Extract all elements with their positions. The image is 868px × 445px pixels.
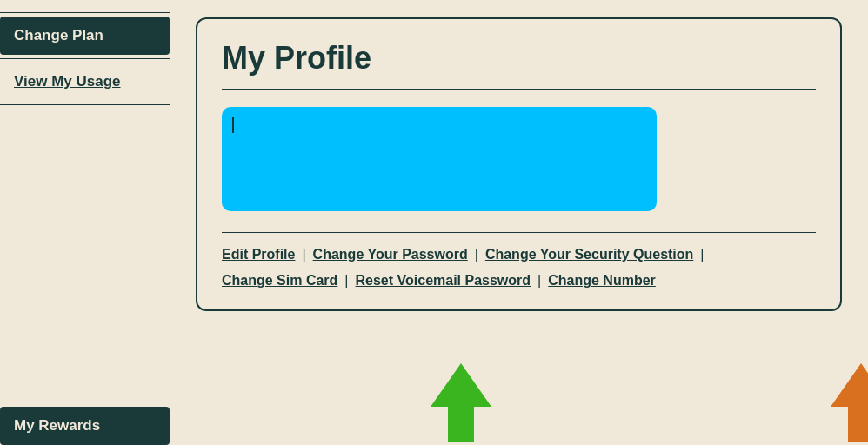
green-arrow-icon bbox=[431, 363, 491, 442]
arrow-container bbox=[170, 341, 868, 445]
action-link-0[interactable]: Edit Profile bbox=[222, 247, 295, 262]
separator-second-1: | bbox=[537, 273, 541, 289]
svg-marker-1 bbox=[831, 363, 868, 442]
sidebar-divider-top bbox=[0, 12, 170, 13]
separator-second-0: | bbox=[344, 273, 348, 289]
sidebar: Change Plan View My Usage My Rewards bbox=[0, 0, 170, 445]
action-link-2[interactable]: Change Your Security Question bbox=[485, 247, 693, 262]
main-content: My Profile Edit Profile | Change Your Pa… bbox=[170, 0, 868, 445]
separator-0: | bbox=[302, 247, 305, 262]
sidebar-divider-lower bbox=[0, 104, 170, 105]
app-layout: Change Plan View My Usage My Rewards My … bbox=[0, 0, 868, 445]
action-link-second-4[interactable]: Reset Voicemail Password bbox=[356, 273, 531, 289]
sidebar-divider-mid bbox=[0, 58, 170, 59]
profile-image-placeholder bbox=[222, 107, 657, 211]
sidebar-item-view-usage[interactable]: View My Usage bbox=[0, 63, 170, 101]
sidebar-item-change-plan[interactable]: Change Plan bbox=[0, 17, 170, 55]
orange-arrow bbox=[831, 363, 868, 445]
profile-card: My Profile Edit Profile | Change Your Pa… bbox=[196, 17, 842, 311]
profile-title-divider bbox=[222, 89, 816, 90]
sidebar-spacer bbox=[0, 109, 170, 407]
sidebar-item-my-rewards[interactable]: My Rewards bbox=[0, 407, 170, 445]
action-link-second-5[interactable]: Change Number bbox=[548, 273, 656, 289]
profile-title: My Profile bbox=[222, 40, 816, 76]
profile-image-cursor bbox=[232, 117, 234, 133]
action-link-second-3[interactable]: Change Sim Card bbox=[222, 273, 337, 289]
orange-arrow-icon bbox=[831, 363, 868, 442]
svg-marker-0 bbox=[431, 363, 491, 442]
actions-divider bbox=[222, 232, 816, 233]
separator-1: | bbox=[475, 247, 478, 262]
action-link-1[interactable]: Change Your Password bbox=[313, 247, 468, 262]
action-links: Edit Profile | Change Your Password | Ch… bbox=[222, 247, 816, 289]
green-arrow bbox=[431, 363, 491, 445]
